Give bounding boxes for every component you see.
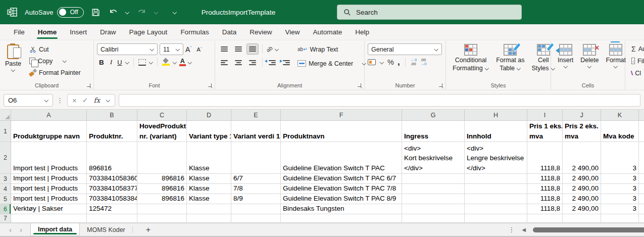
save-icon[interactable] (91, 7, 101, 17)
row-header-2[interactable]: 2 (0, 142, 11, 174)
italic-button[interactable]: I (108, 58, 115, 66)
fx-chevron-icon[interactable] (106, 99, 110, 102)
cell-E5[interactable]: 8/9 (231, 194, 281, 204)
font-color-chevron-icon[interactable] (188, 61, 192, 64)
ribbon-tab-data[interactable]: Data (216, 24, 243, 40)
cell-D6[interactable] (187, 204, 231, 214)
cell-B2[interactable]: 896816 (87, 142, 137, 174)
cell-E6[interactable] (231, 204, 281, 214)
cell-G1[interactable]: Ingress (402, 121, 465, 142)
cell-C5[interactable]: 896816 (137, 194, 187, 204)
cell-E3[interactable]: 6/7 (231, 174, 281, 184)
cell-A1[interactable]: Produktgruppe navn (11, 121, 87, 142)
comma-style-button[interactable]: , (398, 60, 400, 65)
row-header-3[interactable]: 3 (0, 174, 11, 184)
percent-style-button[interactable]: % (387, 58, 394, 66)
undo-dropdown-chevron-icon[interactable] (125, 11, 130, 14)
prev-sheet-icon[interactable]: ‹ (9, 225, 12, 234)
column-header-B[interactable]: B (87, 110, 137, 121)
cell-B1[interactable]: Produktnr. (87, 121, 137, 142)
next-sheet-icon[interactable]: › (20, 225, 22, 234)
fill-color-chevron-icon[interactable] (173, 61, 177, 64)
ribbon-tab-insert[interactable]: Insert (63, 24, 93, 40)
align-right-button[interactable] (246, 57, 259, 68)
cell-D7[interactable] (187, 214, 231, 223)
cell-F1[interactable]: Produktnavn (281, 121, 402, 142)
bottom-align-button[interactable] (246, 43, 259, 55)
decrease-indent-button[interactable] (266, 57, 278, 68)
number-format-select[interactable]: General (368, 43, 442, 55)
cell-B3[interactable]: 7033841058360 (87, 174, 137, 184)
alignment-dialog-launcher-icon[interactable] (358, 83, 362, 88)
cell-I4[interactable]: 1118,8 (527, 184, 563, 194)
increase-decimal-button[interactable]: ←0.00 (411, 58, 417, 66)
conditional-formatting-button[interactable]: Conditional Formatting (449, 43, 492, 81)
cell-J5[interactable]: 2 490,00 (563, 194, 601, 204)
cell-H4[interactable] (465, 184, 527, 194)
sheet-tab-moms-koder[interactable]: MOMS Koder (80, 223, 132, 236)
clipboard-dialog-launcher-icon[interactable] (87, 83, 91, 88)
paste-chevron-icon[interactable] (11, 68, 15, 72)
fill-button[interactable]: ↓ Fil (631, 56, 641, 66)
row-header-4[interactable]: 4 (0, 184, 11, 194)
ribbon-tab-automate[interactable]: Automate (306, 24, 349, 40)
fill-color-icon[interactable] (162, 59, 170, 66)
cell-F2[interactable]: Guideline Elevation Switch T PAC (281, 142, 402, 174)
cell-I1[interactable]: Pris 1 eks. mva (527, 121, 563, 142)
top-align-button[interactable] (218, 43, 230, 55)
cell-K1[interactable]: Mva kode (601, 121, 639, 142)
cell-C4[interactable]: 896816 (137, 184, 187, 194)
copy-button[interactable]: Copy (29, 55, 81, 67)
cell-G6[interactable] (402, 204, 465, 214)
cell-L5[interactable] (639, 194, 644, 204)
ribbon-tab-home[interactable]: Home (31, 24, 64, 40)
middle-align-button[interactable] (232, 43, 244, 55)
cell-A5[interactable]: Import test | Products (11, 194, 87, 204)
delete-cells-button[interactable]: Delete (577, 43, 602, 81)
cell-C3[interactable]: 896816 (137, 174, 187, 184)
cell-F6[interactable]: Bindesaks Tungsten (281, 204, 402, 214)
cell-H1[interactable]: Innhold (465, 121, 527, 142)
undo-icon[interactable] (108, 7, 118, 17)
ribbon-tab-review[interactable]: Review (243, 24, 278, 40)
cell-L7[interactable] (639, 214, 644, 223)
column-header-J[interactable]: J (563, 110, 601, 121)
cell-H7[interactable] (465, 214, 527, 223)
cell-L2[interactable] (639, 142, 644, 174)
cell-B4[interactable]: 7033841058377 (87, 184, 137, 194)
copy-chevron-icon[interactable] (62, 59, 67, 63)
cell-G7[interactable] (402, 214, 465, 223)
font-dialog-launcher-icon[interactable] (208, 83, 213, 88)
cancel-icon[interactable]: × (72, 96, 77, 105)
insert-cells-button[interactable]: Insert (554, 43, 577, 81)
select-all-corner[interactable] (0, 110, 11, 121)
cell-C1[interactable]: HovedProdukt nr. (variant) (137, 121, 187, 142)
cell-J4[interactable]: 2 490,00 (563, 184, 601, 194)
cell-J1[interactable]: Pris 2 eks. mva (563, 121, 601, 142)
ribbon-tab-help[interactable]: Help (349, 24, 376, 40)
align-left-button[interactable] (218, 57, 230, 68)
column-header-D[interactable]: D (187, 110, 231, 121)
cell-L4[interactable] (639, 184, 644, 194)
paste-button[interactable]: Paste (3, 43, 26, 81)
cell-D5[interactable]: Klasse (187, 194, 231, 204)
cell-A3[interactable]: Import test | Products (11, 174, 87, 184)
cell-K4[interactable]: 3 (601, 184, 639, 194)
cell-F7[interactable] (281, 214, 402, 223)
ribbon-tab-formulas[interactable]: Formulas (174, 24, 215, 40)
clear-button[interactable]: Cl (631, 68, 641, 78)
column-header-F[interactable]: F (281, 110, 402, 121)
search-input[interactable]: Search (337, 5, 522, 20)
cell-C6[interactable] (137, 204, 187, 214)
cell-E1[interactable]: Variant verdi 1 (231, 121, 281, 142)
orientation-icon[interactable]: ab (265, 45, 274, 54)
ribbon-tab-file[interactable]: File (7, 24, 31, 40)
cell-A4[interactable]: Import test | Products (11, 184, 87, 194)
column-header-L[interactable]: L (639, 110, 644, 121)
cell-G4[interactable] (402, 184, 465, 194)
cell-F4[interactable]: Guideline Elevation Switch T PAC 7/8 (281, 184, 402, 194)
cell-A7[interactable] (11, 214, 87, 223)
cell-L3[interactable] (639, 174, 644, 184)
decrease-font-size-button[interactable]: Aˇ (196, 46, 202, 53)
cell-G5[interactable] (402, 194, 465, 204)
